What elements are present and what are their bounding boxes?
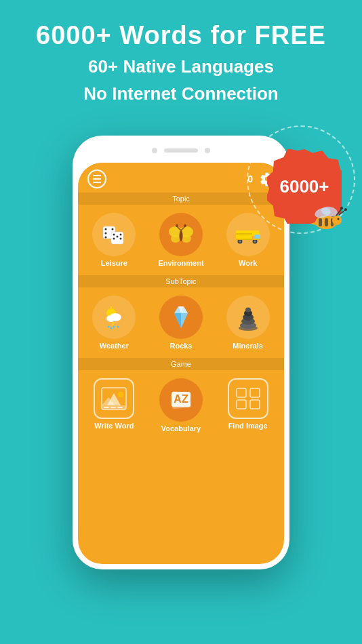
phone-camera2	[205, 148, 210, 153]
subtopic-weather[interactable]: Weather	[81, 291, 148, 354]
subline1: 60+ Native Languages	[0, 54, 362, 79]
rocks-icon-wrapper	[159, 296, 203, 339]
svg-rect-71	[117, 407, 123, 408]
svg-point-15	[105, 233, 107, 235]
minerals-icon-wrapper	[226, 296, 270, 339]
leisure-icon-wrapper	[92, 213, 136, 256]
svg-rect-19	[111, 232, 123, 244]
butterfly-icon	[166, 220, 196, 249]
svg-point-4	[332, 216, 342, 225]
svg-point-28	[182, 235, 191, 243]
menu-button[interactable]	[87, 169, 106, 188]
minerals-label: Minerals	[233, 342, 263, 350]
svg-point-41	[254, 241, 256, 243]
svg-rect-36	[236, 233, 252, 235]
game-section-label: Game	[78, 358, 284, 370]
svg-point-24	[117, 236, 119, 238]
hamburger-line1	[93, 175, 101, 176]
vocabulary-icon-wrapper: AZ	[159, 378, 203, 422]
svg-text:AZ: AZ	[174, 393, 188, 405]
headline: 6000+ Words for FREE	[0, 20, 362, 52]
svg-point-20	[113, 234, 115, 236]
svg-rect-79	[250, 400, 260, 409]
game-write-word[interactable]: Write Word	[81, 374, 148, 437]
find-image-label: Find Image	[228, 422, 268, 430]
svg-point-67	[118, 392, 123, 397]
svg-point-10	[340, 207, 343, 209]
leisure-label: Leisure	[101, 259, 127, 267]
svg-point-11	[344, 208, 347, 211]
svg-point-46	[106, 315, 116, 322]
topic-environment[interactable]: Environment	[148, 209, 215, 271]
write-word-icon	[100, 386, 127, 411]
work-icon-wrapper	[226, 213, 270, 256]
svg-rect-2	[325, 218, 328, 226]
svg-point-33	[184, 224, 186, 227]
game-grid: Write Word AZ Vocabulary	[78, 370, 284, 441]
svg-rect-1	[319, 218, 322, 226]
svg-rect-69	[104, 407, 109, 408]
find-image-icon-border	[228, 378, 268, 419]
svg-point-51	[117, 326, 119, 328]
header-section: 6000+ Words for FREE 60+ Native Language…	[0, 0, 362, 106]
hamburger-line2	[93, 178, 101, 180]
phone-top-bar	[140, 145, 222, 156]
svg-rect-78	[237, 400, 246, 409]
svg-point-13	[105, 228, 107, 230]
svg-point-49	[110, 327, 113, 329]
svg-point-23	[120, 238, 122, 240]
svg-point-21	[120, 234, 122, 236]
environment-icon-wrapper	[159, 213, 203, 256]
svg-point-32	[176, 224, 178, 227]
diamond-icon	[166, 302, 196, 332]
svg-marker-54	[181, 313, 188, 328]
subtopic-section-label: SubTopic	[78, 275, 284, 287]
subtopic-minerals[interactable]: Minerals	[214, 291, 281, 354]
find-image-icon	[235, 386, 262, 411]
svg-rect-70	[110, 407, 116, 408]
hamburger-line3	[93, 182, 101, 183]
svg-point-22	[113, 238, 115, 240]
svg-point-27	[171, 235, 180, 243]
svg-point-50	[113, 326, 115, 328]
vocabulary-label: Vocabulary	[161, 424, 201, 432]
svg-point-39	[239, 241, 241, 243]
phone-screen: 0 Topic	[78, 163, 284, 564]
phone-speaker	[164, 148, 198, 153]
svg-point-5	[338, 218, 340, 220]
phone-camera	[152, 148, 157, 153]
vocabulary-icon: AZ	[166, 385, 196, 415]
bee-decoration	[302, 203, 350, 237]
game-vocabulary[interactable]: AZ Vocabulary	[148, 374, 215, 437]
game-find-image[interactable]: Find Image	[214, 374, 281, 437]
dice-icon	[99, 220, 129, 249]
svg-point-48	[108, 326, 110, 328]
write-word-icon-border	[94, 378, 134, 419]
svg-rect-76	[237, 388, 246, 397]
svg-point-63	[245, 308, 251, 313]
truck-icon	[233, 220, 263, 249]
svg-point-14	[112, 228, 114, 230]
svg-rect-77	[250, 388, 260, 397]
stones-icon	[233, 302, 263, 332]
subtopic-rocks[interactable]: Rocks	[148, 291, 215, 354]
subtopic-grid: Weather Rocks	[78, 287, 284, 358]
work-label: Work	[239, 259, 257, 267]
badge-text: 6000+	[279, 176, 329, 197]
svg-point-17	[105, 237, 107, 239]
environment-label: Environment	[158, 259, 203, 267]
weather-icon-wrapper	[92, 296, 136, 339]
rocks-label: Rocks	[169, 342, 192, 350]
topic-leisure[interactable]: Leisure	[81, 209, 148, 271]
svg-point-29	[179, 230, 182, 241]
topic-grid: Leisure	[78, 205, 284, 275]
write-word-label: Write Word	[94, 422, 134, 430]
weather-icon	[99, 302, 129, 332]
svg-rect-42	[236, 239, 260, 240]
svg-marker-53	[174, 313, 181, 328]
svg-rect-34	[236, 230, 252, 240]
weather-label: Weather	[100, 342, 129, 350]
subline2: No Internet Connection	[0, 81, 362, 106]
